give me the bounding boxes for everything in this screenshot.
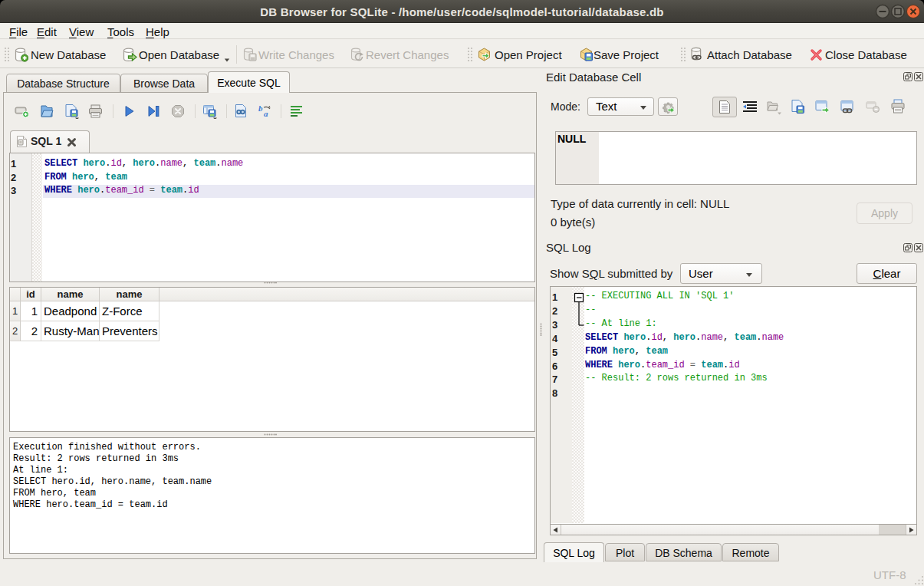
svg-text:b: b [258,104,263,113]
svg-text:a: a [264,109,268,118]
